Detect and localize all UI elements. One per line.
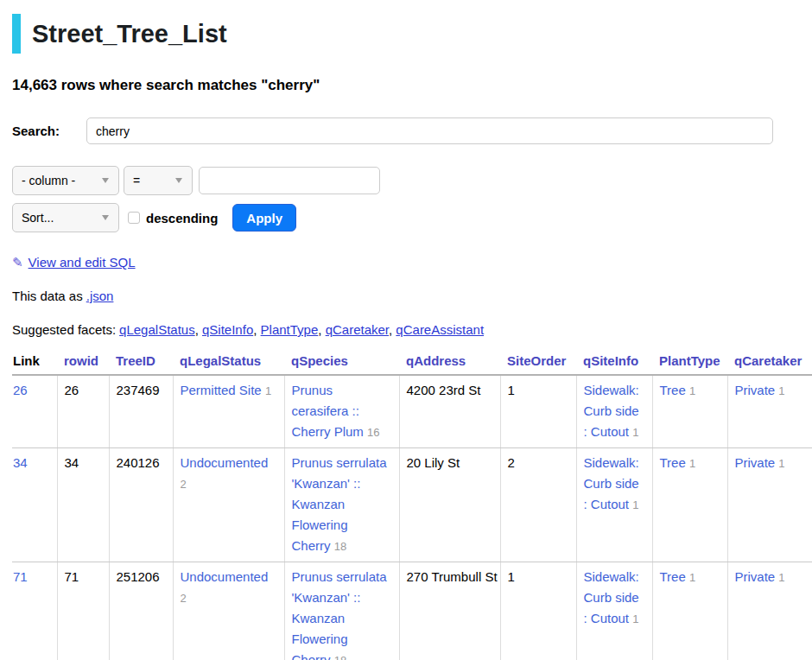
facet-count: 18 xyxy=(334,654,346,660)
site-info-link[interactable]: Sidewalk: Curb side : Cutout xyxy=(584,455,639,511)
link-cell: 26 xyxy=(12,375,57,448)
column-header-siteorder[interactable]: SiteOrder xyxy=(500,353,576,375)
column-header-treeid[interactable]: TreeID xyxy=(109,353,173,375)
species-cell: Prunus cerasifera :: Cherry Plum 16 xyxy=(284,375,399,448)
legal-status-link[interactable]: Undocumented xyxy=(181,569,269,584)
facet-link-qcareassistant[interactable]: qCareAssistant xyxy=(396,322,484,337)
site-info-cell: Sidewalk: Curb side : Cutout 1 xyxy=(576,375,652,448)
column-select[interactable]: - column - xyxy=(12,166,119,195)
suggested-facets: Suggested facets:qLegalStatus, qSiteInfo… xyxy=(12,322,800,337)
facet-count: 2 xyxy=(181,478,187,491)
facet-count: 1 xyxy=(265,384,271,397)
apply-button[interactable]: Apply xyxy=(232,204,296,232)
facet-link-qsiteinfo[interactable]: qSiteInfo xyxy=(202,322,253,337)
link-cell: 34 xyxy=(12,448,57,562)
legal-status-cell: Permitted Site 1 xyxy=(173,375,284,448)
facet-link-qlegalstatus[interactable]: qLegalStatus xyxy=(119,322,195,337)
species-cell: Prunus serrulata 'Kwanzan' :: Kwanzan Fl… xyxy=(284,448,399,562)
rowid-cell: 26 xyxy=(57,375,109,448)
legal-status-cell: Undocumented 2 xyxy=(173,562,284,660)
treeid-cell: 251206 xyxy=(109,562,173,660)
link-cell: 71 xyxy=(12,562,57,660)
facet-link-planttype[interactable]: PlantType xyxy=(261,322,319,337)
page: Street_Tree_List 14,663 rows where searc… xyxy=(0,0,812,660)
search-input[interactable] xyxy=(86,117,773,144)
page-title: Street_Tree_List xyxy=(32,20,227,48)
site-order-cell: 1 xyxy=(500,375,576,448)
pencil-icon: ✎ xyxy=(12,255,23,270)
caretaker-link[interactable]: Private xyxy=(735,455,776,470)
column-header-qcaretaker[interactable]: qCaretaker xyxy=(727,353,812,375)
operator-select[interactable]: = xyxy=(124,166,193,195)
facet-count: 2 xyxy=(181,592,187,605)
plant-type-cell: Tree 1 xyxy=(652,448,727,562)
column-header-qspecies[interactable]: qSpecies xyxy=(284,353,399,375)
column-header-planttype[interactable]: PlantType xyxy=(652,353,727,375)
sort-select-wrap: Sort... xyxy=(12,203,119,232)
json-link[interactable]: .json xyxy=(86,289,114,303)
column-header-qaddress[interactable]: qAddress xyxy=(399,353,500,375)
facet-link-qcaretaker[interactable]: qCaretaker xyxy=(326,322,389,337)
address-cell: 4200 23rd St xyxy=(399,375,500,448)
legal-status-link[interactable]: Undocumented xyxy=(181,455,269,470)
page-header: Street_Tree_List xyxy=(12,14,800,54)
results-table: Link rowid TreeID qLegalStatus qSpecies … xyxy=(12,353,812,660)
legal-status-cell: Undocumented 2 xyxy=(173,448,284,562)
caretaker-cell: Private 1 xyxy=(727,562,812,660)
plant-type-link[interactable]: Tree xyxy=(660,383,686,397)
facet-count: 1 xyxy=(632,426,638,439)
search-label: Search: xyxy=(12,124,86,138)
column-header-qlegalstatus[interactable]: qLegalStatus xyxy=(173,353,284,375)
facets-label: Suggested facets: xyxy=(12,322,116,337)
data-as-label: This data as xyxy=(12,289,83,303)
column-header-qsiteinfo[interactable]: qSiteInfo xyxy=(576,353,652,375)
operator-select-wrap: = xyxy=(124,166,193,195)
treeid-cell: 237469 xyxy=(109,375,173,448)
row-link[interactable]: 34 xyxy=(13,455,28,470)
site-info-link[interactable]: Sidewalk: Curb side : Cutout xyxy=(584,569,639,625)
view-edit-sql-link[interactable]: View and edit SQL xyxy=(29,255,136,270)
species-link[interactable]: Prunus serrulata 'Kwanzan' :: Kwanzan Fl… xyxy=(292,569,387,660)
row-link[interactable]: 26 xyxy=(13,383,28,397)
table-header-row: Link rowid TreeID qLegalStatus qSpecies … xyxy=(12,353,812,375)
legal-status-link[interactable]: Permitted Site xyxy=(181,383,262,397)
descending-label[interactable]: descending xyxy=(146,211,218,225)
facet-count: 1 xyxy=(778,457,784,470)
search-row: Search: xyxy=(12,117,800,144)
facet-count: 1 xyxy=(689,457,695,470)
column-header-link: Link xyxy=(12,353,57,375)
species-link[interactable]: Prunus cerasifera :: Cherry Plum xyxy=(292,383,364,439)
sort-row: Sort... descending Apply xyxy=(12,203,800,232)
site-order-cell: 1 xyxy=(500,562,576,660)
address-cell: 270 Trumbull St xyxy=(399,562,500,660)
facet-count: 1 xyxy=(689,571,695,584)
table-row: 71 71 251206 Undocumented 2 Prunus serru… xyxy=(12,562,812,660)
caretaker-cell: Private 1 xyxy=(727,375,812,448)
sort-select[interactable]: Sort... xyxy=(12,203,119,232)
row-link[interactable]: 71 xyxy=(13,569,28,584)
facet-count: 1 xyxy=(632,498,638,511)
facet-count: 1 xyxy=(778,384,784,397)
species-link[interactable]: Prunus serrulata 'Kwanzan' :: Kwanzan Fl… xyxy=(292,455,387,553)
column-header-rowid[interactable]: rowid xyxy=(57,353,109,375)
site-info-cell: Sidewalk: Curb side : Cutout 1 xyxy=(576,562,652,660)
site-order-cell: 2 xyxy=(500,448,576,562)
species-cell: Prunus serrulata 'Kwanzan' :: Kwanzan Fl… xyxy=(284,562,399,660)
plant-type-link[interactable]: Tree xyxy=(660,569,686,584)
site-info-link[interactable]: Sidewalk: Curb side : Cutout xyxy=(584,383,639,439)
caretaker-link[interactable]: Private xyxy=(735,569,776,584)
site-info-cell: Sidewalk: Curb side : Cutout 1 xyxy=(576,448,652,562)
filter-value-input[interactable] xyxy=(199,167,380,194)
facet-count: 18 xyxy=(334,540,346,553)
rowid-cell: 71 xyxy=(57,562,109,660)
rowid-cell: 34 xyxy=(57,448,109,562)
facet-count: 16 xyxy=(367,426,379,439)
descending-checkbox[interactable] xyxy=(128,212,140,224)
plant-type-cell: Tree 1 xyxy=(652,375,727,448)
caretaker-link[interactable]: Private xyxy=(735,383,776,397)
facet-count: 1 xyxy=(632,612,638,625)
rows-count-summary: 14,663 rows where search matches "cherry… xyxy=(12,77,800,94)
facet-count: 1 xyxy=(689,384,695,397)
plant-type-link[interactable]: Tree xyxy=(660,455,686,470)
address-cell: 20 Lily St xyxy=(399,448,500,562)
